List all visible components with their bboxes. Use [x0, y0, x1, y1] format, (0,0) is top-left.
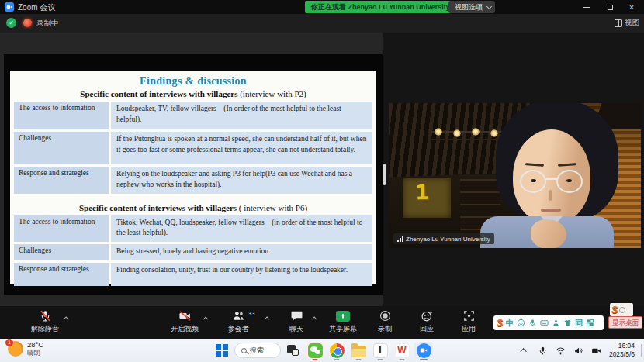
shared-screen-frame: Findings & discussion Specific content o…	[4, 54, 383, 295]
zoom-app-icon	[417, 343, 431, 358]
window-title: Zoom 会议	[18, 2, 55, 13]
view-options-button[interactable]: 视图选项	[448, 1, 495, 13]
show-desktop-edge[interactable]	[641, 344, 642, 357]
weather-widget[interactable]: 1 28°C 晴朗	[8, 341, 43, 357]
record-icon	[379, 309, 392, 322]
tray-time: 16:04	[609, 342, 635, 350]
chevron-up-icon[interactable]	[63, 316, 68, 322]
meeting-info-bar: ✓ 录制中 视图	[0, 14, 644, 33]
wall-number: 1	[414, 181, 429, 205]
sogou-logo-icon: S	[611, 305, 618, 315]
table-row: Challenges Being stressed, lonely and ha…	[14, 244, 372, 260]
apps-grid-icon	[462, 309, 476, 322]
taskbar-app-l[interactable]: Ɩ	[371, 342, 390, 359]
row-label: The access to information	[14, 215, 109, 243]
row-label: The access to information	[14, 102, 109, 129]
participant-name-tag: Zhenyao Lu Yunnan University	[393, 233, 494, 244]
person-hand	[531, 219, 566, 248]
table-row: The access to information Tiktok, Wechat…	[14, 215, 372, 243]
minimize-button[interactable]	[576, 0, 597, 14]
row-content: Loudspeaker, TV, fellow villagers (In or…	[111, 102, 372, 129]
taskbar-clock[interactable]: 16:04 2023/5/6	[609, 342, 635, 358]
chevron-up-icon[interactable]	[203, 316, 208, 322]
ime-skin-shirt-icon[interactable]	[563, 319, 572, 327]
participants-button[interactable]: 33 参会者	[213, 309, 263, 334]
person-eye	[566, 179, 572, 182]
apps-button[interactable]: 应用	[444, 309, 493, 334]
recording-status: 录制中	[36, 19, 59, 29]
zoom-logo-icon	[5, 2, 14, 12]
person-mouth	[541, 209, 561, 212]
maximize-button[interactable]	[599, 0, 621, 14]
presentation-slide: Findings & discussion Specific content o…	[10, 71, 376, 284]
weather-notification-badge: 1	[5, 339, 13, 346]
tray-mic-icon[interactable]	[538, 346, 548, 356]
taskbar-app-wps[interactable]: W	[393, 342, 411, 359]
person-nose	[549, 190, 552, 201]
participant-video-tile[interactable]: 1 Zhenyao Lu	[389, 103, 641, 248]
sogou-floating-badge[interactable]: S	[610, 303, 633, 316]
interview-table-p2: The access to information Loudspeaker, T…	[14, 102, 372, 194]
ime-handwriting-icon[interactable]	[552, 319, 560, 327]
row-label: Response and strategies	[14, 263, 109, 286]
start-video-button[interactable]: 开启视频	[160, 309, 209, 334]
slide-title: Findings & discussion	[10, 75, 376, 88]
ime-toolbox-icon[interactable]	[586, 319, 594, 327]
show-desktop-button[interactable]: 显示桌面	[608, 316, 642, 329]
table-row: The access to information Loudspeaker, T…	[14, 102, 372, 129]
search-icon	[241, 348, 247, 353]
chat-button[interactable]: 聊天	[272, 309, 321, 334]
share-screen-icon	[336, 311, 350, 322]
l-app-icon: Ɩ	[373, 343, 388, 358]
tray-wifi-icon[interactable]	[556, 346, 566, 356]
meeting-toolbar: 解除静音 开启视频 33 参会者 聊天	[0, 306, 644, 339]
ime-keyboard-icon[interactable]	[540, 319, 549, 327]
reactions-smiley-icon	[421, 309, 434, 322]
ime-smiley-icon[interactable]	[517, 319, 525, 327]
participant-name: Zhenyao Lu Yunnan University	[406, 236, 490, 243]
unmute-button[interactable]: 解除静音	[20, 309, 70, 334]
tray-camera-icon[interactable]	[591, 346, 601, 356]
table-row: Response and strategies Finding consolat…	[14, 263, 372, 286]
taskbar-app-file-explorer[interactable]	[349, 342, 368, 359]
person-eye	[531, 179, 536, 182]
sogou-mini-tool-icon[interactable]	[619, 307, 625, 313]
row-content: Tiktok, Wechat, QQ, loudspeaker, fellow …	[111, 215, 372, 243]
minimize-icon	[583, 7, 590, 8]
close-button[interactable]: ×	[621, 0, 642, 14]
title-bar: Zoom 会议 你正在观看 Zhenyao Lu Yunnan Universi…	[0, 0, 644, 14]
interview-table-p6: The access to information Tiktok, Wechat…	[14, 215, 372, 286]
wechat-icon	[308, 343, 323, 358]
ime-toolbar[interactable]: S 中 同	[493, 315, 604, 330]
main-content-area: Findings & discussion Specific content o…	[0, 33, 644, 306]
ime-mode-chinese[interactable]: 中	[506, 318, 514, 329]
row-label: Response and strategies	[14, 167, 109, 194]
security-shield-icon[interactable]: ✓	[6, 18, 16, 28]
start-button[interactable]	[216, 344, 228, 357]
participants-count-badge: 33	[248, 310, 255, 317]
taskbar-app-zoom[interactable]	[414, 342, 433, 359]
maximize-icon	[608, 5, 613, 10]
sogou-logo-icon[interactable]: S	[497, 318, 503, 329]
row-label: Challenges	[14, 244, 109, 260]
view-layout-button[interactable]: 视图	[615, 18, 639, 28]
tray-expand-icon[interactable]	[520, 348, 526, 354]
chat-bubble-icon	[290, 309, 303, 322]
scrollbar[interactable]	[383, 164, 386, 185]
table-row: Response and strategies Relying on the l…	[14, 167, 372, 194]
row-content: If the Putonghua is spoken at a normal s…	[111, 132, 372, 164]
windows-taskbar: 1 28°C 晴朗 搜索 Ɩ	[0, 339, 644, 362]
chevron-up-icon[interactable]	[311, 316, 317, 322]
taskbar-search[interactable]: 搜索	[234, 343, 281, 358]
close-icon: ×	[629, 3, 634, 12]
chevron-up-icon[interactable]	[264, 316, 269, 322]
weather-condition: 晴朗	[27, 350, 43, 357]
row-content: Relying on the loudspeaker and asking P3…	[111, 167, 372, 194]
taskbar-app-wechat[interactable]	[306, 342, 324, 359]
taskbar-app-chrome[interactable]	[327, 342, 346, 359]
task-view-button[interactable]	[287, 345, 299, 356]
tray-speaker-icon[interactable]	[573, 346, 583, 356]
ime-mic-icon[interactable]	[528, 319, 537, 327]
ime-tool-char[interactable]: 同	[575, 318, 583, 329]
sun-weather-icon: 1	[8, 341, 23, 357]
